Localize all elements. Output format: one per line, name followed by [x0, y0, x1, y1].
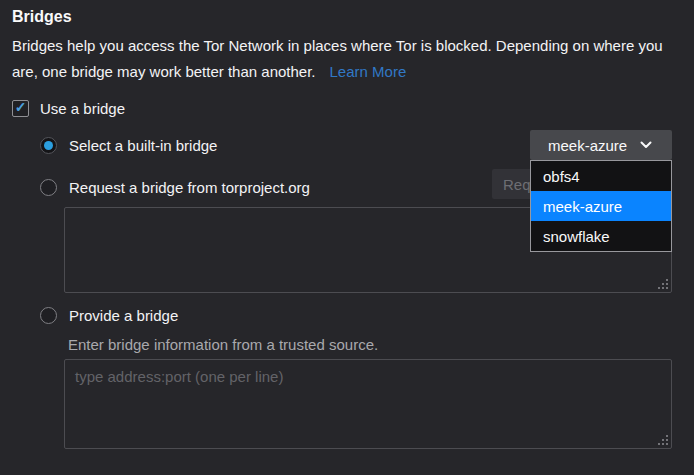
provide-bridge-radio[interactable] [40, 307, 57, 324]
request-bridge-label: Request a bridge from torproject.org [69, 179, 310, 196]
chevron-down-icon [640, 141, 652, 149]
dropdown-selected-value: meek-azure [548, 137, 640, 154]
dropdown-option-obfs4[interactable]: obfs4 [531, 161, 671, 191]
resize-grip-icon[interactable] [666, 443, 668, 445]
provide-bridge-label: Provide a bridge [69, 307, 178, 324]
page-title: Bridges [12, 8, 72, 26]
bridges-settings-panel: Bridges Bridges help you access the Tor … [0, 0, 694, 475]
use-bridge-checkbox[interactable]: ✓ [12, 100, 29, 117]
radio-dot-icon [44, 141, 53, 150]
request-bridge-row: Request a bridge from torproject.org [40, 172, 310, 202]
provide-bridge-row: Provide a bridge [40, 300, 178, 330]
use-bridge-label: Use a bridge [40, 100, 125, 117]
use-bridge-row: ✓ Use a bridge [12, 94, 125, 122]
builtin-bridge-dropdown-popup: obfs4 meek-azure snowflake [530, 160, 672, 252]
request-bridge-radio[interactable] [40, 179, 57, 196]
learn-more-link[interactable]: Learn More [330, 63, 407, 80]
provide-bridge-textarea-wrap [64, 359, 672, 449]
provide-bridge-hint: Enter bridge information from a trusted … [68, 336, 378, 353]
builtin-bridge-radio[interactable] [40, 137, 57, 154]
builtin-bridge-row: Select a built-in bridge [40, 130, 217, 160]
dropdown-option-meek-azure[interactable]: meek-azure [531, 191, 671, 221]
dropdown-option-snowflake[interactable]: snowflake [531, 221, 671, 251]
resize-grip-icon[interactable] [666, 287, 668, 289]
builtin-bridge-label: Select a built-in bridge [69, 137, 217, 154]
provide-bridge-textarea[interactable] [64, 359, 672, 449]
bridges-description: Bridges help you access the Tor Network … [12, 33, 674, 85]
check-icon: ✓ [15, 100, 27, 114]
builtin-bridge-dropdown[interactable]: meek-azure [530, 130, 672, 160]
